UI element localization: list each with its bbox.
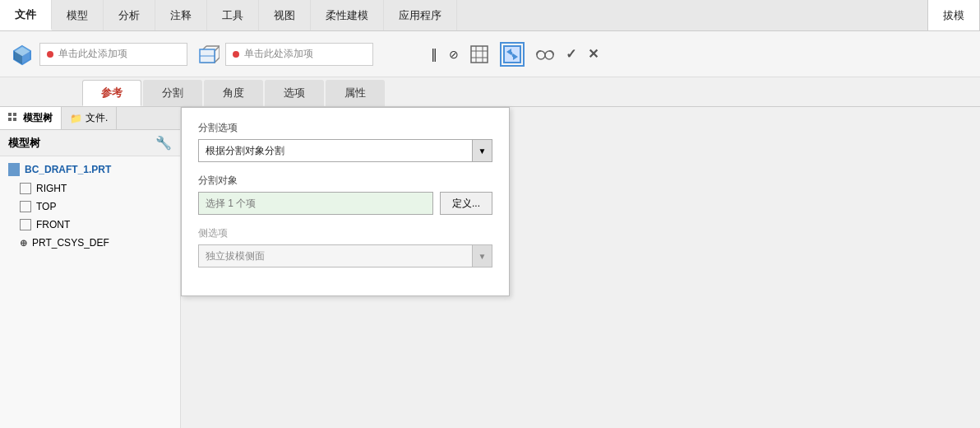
menu-item-annotation[interactable]: 注释: [155, 0, 207, 30]
plane-icon-right: [20, 183, 31, 194]
tree-header: 模型树 🔧: [0, 130, 180, 156]
split-object-group: 分割对象 定义...: [198, 174, 492, 215]
split-options-arrow[interactable]: ▼: [472, 140, 492, 161]
right-area: 分割选项 根据分割对象分割 ▼ 分割对象 定义...: [181, 107, 980, 428]
left-panel: 模型树 📁 文件. 模型树 🔧 BC_DRAFT_1.PRT RIGHT TOP: [0, 107, 181, 428]
tree-item-front[interactable]: FRONT: [0, 216, 180, 234]
menu-item-flexible-modeling[interactable]: 柔性建模: [311, 0, 384, 30]
panel-tabs: 模型树 📁 文件.: [0, 107, 180, 130]
tree-items: BC_DRAFT_1.PRT RIGHT TOP FRONT ⊕ PRT_CSY…: [0, 156, 180, 255]
toolbar-actions: ‖ ⊘: [431, 42, 599, 67]
pause-button[interactable]: ‖: [431, 46, 437, 62]
tab-angle[interactable]: 角度: [204, 80, 263, 106]
tab-reference[interactable]: 参考: [82, 80, 141, 106]
toolbar-3d-icon-1[interactable]: [10, 42, 35, 67]
tree-item-prt[interactable]: BC_DRAFT_1.PRT: [0, 160, 180, 179]
toolbar-add-item-1[interactable]: 单击此处添加项: [39, 43, 187, 66]
folder-icon: 📁: [70, 113, 82, 124]
menu-item-view[interactable]: 视图: [259, 0, 311, 30]
panel-tab-model-tree[interactable]: 模型树: [0, 107, 62, 129]
toolbar-3d-icon-2[interactable]: [196, 42, 220, 67]
menu-item-file[interactable]: 文件: [0, 0, 52, 30]
split-object-input[interactable]: [198, 192, 433, 215]
cancel-button[interactable]: ✕: [588, 46, 599, 62]
menu-item-model[interactable]: 模型: [52, 0, 104, 30]
tab-properties[interactable]: 属性: [326, 80, 385, 106]
tree-item-top[interactable]: TOP: [0, 198, 180, 216]
menu-item-draft[interactable]: 拔模: [927, 0, 980, 30]
main-area: 模型树 📁 文件. 模型树 🔧 BC_DRAFT_1.PRT RIGHT TOP: [0, 107, 980, 428]
split-object-label: 分割对象: [198, 174, 492, 188]
split-options-group: 分割选项 根据分割对象分割 ▼: [198, 121, 492, 162]
glasses-view-button[interactable]: [536, 47, 554, 62]
sub-tabs: 参考 分割 角度 选项 属性: [0, 77, 980, 107]
stop-button[interactable]: ⊘: [449, 48, 459, 61]
plane-icon-top: [20, 201, 31, 212]
toolbar-input-group-2: 单击此处添加项: [196, 42, 373, 67]
split-object-input-row: 定义...: [198, 192, 492, 215]
menu-bar: 文件 模型 分析 注释 工具 视图 柔性建模 应用程序 拔模: [0, 0, 980, 31]
svg-rect-29: [13, 118, 16, 121]
define-button[interactable]: 定义...: [440, 192, 492, 215]
tree-tool-icon[interactable]: 🔧: [155, 135, 172, 151]
required-dot-1: [47, 51, 53, 58]
tree-tab-icon: [8, 113, 20, 124]
menu-item-analysis[interactable]: 分析: [104, 0, 155, 30]
required-dot-2: [233, 51, 239, 58]
side-options-group: 侧选项 独立拔模侧面 ▼: [198, 226, 492, 268]
menu-item-tools[interactable]: 工具: [207, 0, 259, 30]
dialog-panel: 分割选项 根据分割对象分割 ▼ 分割对象 定义...: [181, 107, 510, 296]
panel-tab-files[interactable]: 📁 文件.: [62, 107, 117, 129]
split-options-select[interactable]: 根据分割对象分割 ▼: [198, 139, 492, 162]
flip-button[interactable]: [500, 42, 525, 67]
mesh-view-button[interactable]: [470, 45, 488, 63]
svg-rect-12: [471, 46, 488, 63]
toolbar-input-group-1: 单击此处添加项: [10, 42, 187, 67]
toolbar-add-item-2[interactable]: 单击此处添加项: [225, 43, 373, 66]
confirm-button[interactable]: ✓: [566, 46, 576, 62]
tab-options[interactable]: 选项: [265, 80, 324, 106]
toolbar: 单击此处添加项 单击此处添加项 ‖ ⊘: [0, 31, 980, 77]
tree-item-right[interactable]: RIGHT: [0, 179, 180, 198]
split-options-label: 分割选项: [198, 121, 492, 135]
csys-icon: ⊕: [20, 238, 27, 249]
svg-rect-27: [13, 113, 16, 116]
svg-line-9: [215, 58, 220, 63]
prt-doc-icon: [8, 163, 20, 176]
svg-rect-26: [8, 113, 12, 116]
tree-item-csys[interactable]: ⊕ PRT_CSYS_DEF: [0, 234, 180, 252]
svg-rect-28: [8, 118, 12, 121]
tab-split[interactable]: 分割: [143, 80, 202, 106]
svg-line-6: [215, 46, 220, 51]
side-options-select: 独立拔模侧面 ▼: [198, 244, 492, 268]
menu-item-applications[interactable]: 应用程序: [384, 0, 457, 30]
side-options-label: 侧选项: [198, 226, 492, 240]
side-options-arrow: ▼: [472, 245, 492, 267]
plane-icon-front: [20, 219, 31, 230]
